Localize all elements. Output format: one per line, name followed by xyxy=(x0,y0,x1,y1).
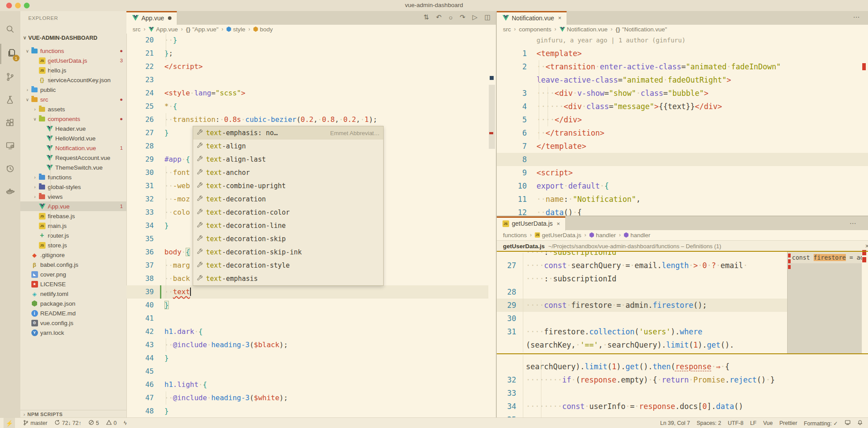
breadcrumb-item-functions[interactable]: functions xyxy=(503,232,527,239)
activity-remote-screen-button[interactable] xyxy=(0,136,20,157)
open-changes-icon[interactable]: ⇅ xyxy=(423,13,429,21)
tree-item-themeswitch-vue[interactable]: ThemeSwitch.vue xyxy=(20,163,126,172)
line-number[interactable]: 47 xyxy=(126,391,154,405)
line-number[interactable]: 32 xyxy=(126,193,154,206)
breadcrumb-item-components[interactable]: components xyxy=(519,26,552,33)
reference-item[interactable]: const firestore = admin. xyxy=(788,252,862,263)
tree-item-assets[interactable]: ›assets xyxy=(20,104,126,114)
tree-item-views[interactable]: ›views xyxy=(20,192,126,201)
scrollbar-thumb[interactable] xyxy=(489,85,495,149)
suggestion-item[interactable]: text-combine-upright xyxy=(193,179,383,193)
line-number[interactable]: 30 xyxy=(497,312,516,325)
line-number[interactable]: 12 xyxy=(497,206,527,216)
line-number[interactable]: 23 xyxy=(126,73,154,87)
change-dot-icon[interactable]: ○ xyxy=(449,14,453,21)
line-number[interactable]: 40 xyxy=(126,299,154,312)
line-number[interactable]: 20 xyxy=(126,34,154,47)
line-number[interactable]: 24 xyxy=(126,87,154,100)
line-number[interactable]: 34 xyxy=(497,400,516,413)
tree-item-functions[interactable]: ›functions xyxy=(20,172,126,182)
line-number[interactable]: 30 xyxy=(126,166,154,179)
code-line[interactable]: 42h1.dark·{ xyxy=(126,325,488,338)
line-number[interactable] xyxy=(497,252,516,259)
suggestion-item[interactable]: text-align xyxy=(193,140,383,153)
code-line[interactable]: 45 xyxy=(126,365,488,378)
line-number[interactable]: 25 xyxy=(126,100,154,113)
navigate-back-icon[interactable]: ↶ xyxy=(436,13,442,21)
code-line[interactable]: 33 xyxy=(497,386,868,400)
line-number[interactable]: 6 xyxy=(497,126,527,140)
suggestion-item[interactable]: text-anchor xyxy=(193,166,383,179)
status-spaces-2[interactable]: Spaces: 2 xyxy=(697,420,721,426)
code-line[interactable]: 10export·default·{ xyxy=(497,179,868,193)
code-line[interactable]: 23 xyxy=(126,73,488,87)
status-bolt[interactable]: ϟ xyxy=(124,420,126,426)
tree-item-notification-vue[interactable]: Notification.vue1 xyxy=(20,143,126,153)
tree-item-firebase-js[interactable]: JSfirebase.js xyxy=(20,211,126,221)
line-number[interactable]: 9 xyxy=(497,166,527,179)
status-sync[interactable]: 72↓ 72↑ xyxy=(54,420,81,427)
breadcrumb-item-src[interactable]: src xyxy=(503,26,511,33)
tree-item-header-vue[interactable]: Header.vue xyxy=(20,124,126,133)
code-line[interactable]: 22</script> xyxy=(126,60,488,73)
code-line[interactable]: 34········const·userInfo·=·response.docs… xyxy=(497,400,868,413)
code-line[interactable]: 12··data()·{ xyxy=(497,206,868,216)
close-icon[interactable]: × xyxy=(557,220,560,227)
line-number[interactable]: 36 xyxy=(126,246,154,259)
breadcrumb-item--app-vue-[interactable]: {}"App.vue" xyxy=(186,26,219,33)
line-number[interactable]: 28 xyxy=(126,140,154,153)
line-number[interactable]: 22 xyxy=(126,60,154,73)
tree-item-store-js[interactable]: JSstore.js xyxy=(20,240,126,250)
code-line[interactable]: 20··} xyxy=(126,34,488,47)
suggestion-item[interactable]: text-decoration xyxy=(193,193,383,206)
tree-item-getuserdata-js[interactable]: JSgetUserData.js3 xyxy=(20,56,126,65)
line-number[interactable]: 48 xyxy=(126,405,154,417)
tab-getuserdata-js[interactable]: JS getUserData.js × xyxy=(497,216,566,231)
code-line[interactable]: 30 xyxy=(497,312,787,325)
code-line[interactable]: 21}; xyxy=(126,47,488,60)
tree-item-components[interactable]: ∨components● xyxy=(20,114,126,124)
line-number[interactable]: 31 xyxy=(126,179,154,193)
tree-item-vue-config-js[interactable]: ⚙vue.config.js xyxy=(20,318,126,328)
line-number[interactable]: 8 xyxy=(497,153,527,166)
line-number[interactable]: 11 xyxy=(497,193,527,206)
suggestion-item[interactable]: text-decoration-skip xyxy=(193,232,383,246)
line-number[interactable]: 37 xyxy=(126,259,154,272)
code-line[interactable]: 40} xyxy=(126,299,488,312)
breadcrumb-item--notification-vue-[interactable]: {}"Notification.vue" xyxy=(616,26,667,33)
close-icon[interactable]: × xyxy=(558,15,562,21)
code-line[interactable]: ····:·subscriptionId xyxy=(497,272,787,285)
line-number[interactable]: 2 xyxy=(497,60,527,73)
line-number[interactable]: 39 xyxy=(126,285,154,299)
code-line[interactable]: 32········if·(response.empty)·{·return·P… xyxy=(497,373,868,386)
activity-history-button[interactable] xyxy=(0,159,20,180)
line-number[interactable] xyxy=(497,360,516,373)
status-lf[interactable]: LF xyxy=(750,420,757,426)
suggestion-item[interactable]: text-decoration-style xyxy=(193,259,383,272)
code-line[interactable]: 4······<div·class="message">{{text}}</di… xyxy=(497,100,868,113)
status-error[interactable]: 5 xyxy=(88,420,99,427)
status-formatting-✓[interactable]: Formatting: ✓ xyxy=(804,420,838,427)
line-number[interactable]: 38 xyxy=(126,272,154,285)
line-number[interactable]: 10 xyxy=(497,179,527,193)
breadcrumb-item-body[interactable]: body xyxy=(253,26,273,33)
line-number[interactable]: 7 xyxy=(497,140,527,153)
status-screencast[interactable] xyxy=(845,420,851,427)
code-line[interactable]: 2··<transition·enter-active-class="anima… xyxy=(497,60,868,73)
navigate-forward-icon[interactable]: ↷ xyxy=(460,13,465,21)
close-icon[interactable]: × xyxy=(865,242,868,250)
code-line[interactable]: 46h1.light·{ xyxy=(126,378,488,391)
status-warning[interactable]: 0 xyxy=(106,420,117,427)
line-number[interactable]: 32 xyxy=(497,373,516,386)
left-scrollbar[interactable] xyxy=(488,34,496,417)
code-line[interactable]: 28 xyxy=(497,285,787,299)
tree-item-babel-config-js[interactable]: βbabel.config.js xyxy=(20,260,126,269)
line-number[interactable]: 1 xyxy=(497,47,527,60)
code-line[interactable]: 27····const·searchQuery·=·email.length·>… xyxy=(497,259,787,272)
tree-item-readme-md[interactable]: iREADME.md xyxy=(20,308,126,318)
tree-item-serviceaccountkey-json[interactable]: {}serviceAccountKey.json xyxy=(20,75,126,85)
code-line[interactable]: 29····const·firestore·=·admin.firestore(… xyxy=(497,299,787,312)
code-line[interactable]: 11··name:·"Notification", xyxy=(497,193,868,206)
tree-item-router-js[interactable]: +router.js xyxy=(20,231,126,240)
line-number[interactable] xyxy=(497,73,527,87)
